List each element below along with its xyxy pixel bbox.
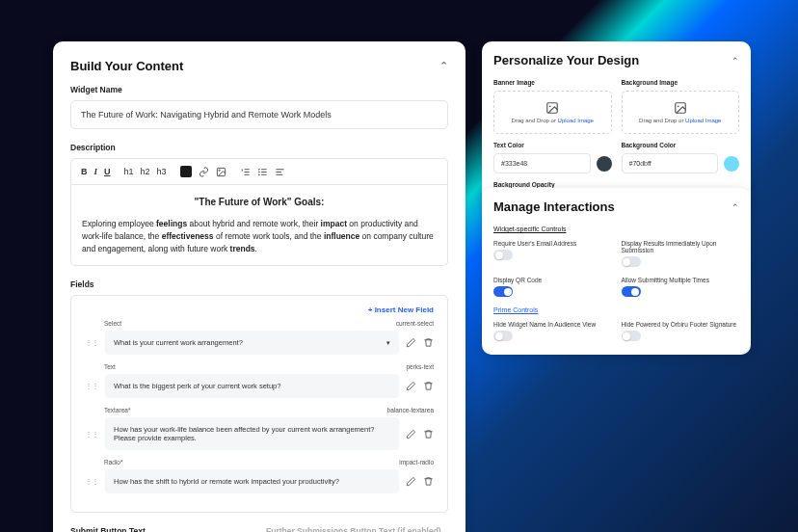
field-text[interactable]: How has your work-life balance been affe… [105, 417, 399, 450]
upload-link[interactable]: Upload Image [685, 118, 721, 123]
h3-button[interactable]: h3 [157, 167, 167, 176]
toggle-label: Display QR Code [493, 277, 612, 283]
bg-image-label: Background Image [622, 79, 740, 86]
field-slug: current-select [396, 320, 434, 327]
field-slug: perks-text [406, 363, 434, 370]
svg-point-8 [258, 169, 259, 170]
svg-point-10 [258, 173, 259, 174]
toggle-label: Allow Submitting Multiple Times [622, 277, 740, 283]
field-slug: balance-textarea [387, 407, 434, 413]
field-row: Selectcurrent-select ⋮⋮ What is your cur… [71, 320, 447, 355]
results-toggle[interactable] [622, 256, 641, 267]
multi-toggle[interactable] [622, 286, 641, 297]
interactions-panel: Manage Interactions ⌃ Widget-specific Co… [482, 188, 751, 355]
design-title: Personalize Your Design [493, 53, 639, 67]
editor-body: Exploring employee feelings about hybrid… [82, 218, 437, 256]
trash-icon[interactable] [423, 381, 434, 391]
field-type: Text [104, 363, 116, 370]
bg-upload[interactable]: Drag and Drop or Upload Image [622, 91, 740, 134]
svg-point-9 [258, 172, 259, 173]
field-row: Textperks-text ⋮⋮ What is the biggest pe… [71, 363, 447, 398]
field-row: Radio*impact-radio ⋮⋮ How has the shift … [71, 459, 447, 493]
field-type: Radio* [104, 459, 123, 466]
toggle-label: Hide Powered by Orbiru Footer Signature [622, 321, 740, 328]
qr-toggle[interactable] [493, 286, 513, 297]
drag-handle-icon[interactable]: ⋮⋮ [85, 338, 98, 347]
widget-controls-link[interactable]: Widget-specific Controls [493, 226, 739, 232]
build-title: Build Your Content [70, 59, 183, 73]
editor-toolbar: B I U h1 h2 h3 [70, 158, 448, 185]
text-color-input[interactable] [493, 153, 591, 173]
interactions-title: Manage Interactions [493, 200, 615, 214]
collapse-icon[interactable]: ⌃ [439, 60, 448, 72]
upload-link[interactable]: Upload Image [558, 118, 594, 123]
toggle-label: Hide Widget Name In Audience View [493, 321, 612, 328]
ol-icon[interactable] [240, 167, 251, 177]
align-icon[interactable] [275, 167, 285, 177]
widget-name-input[interactable] [70, 100, 448, 129]
svg-point-1 [219, 169, 220, 170]
image-icon[interactable] [216, 167, 226, 177]
toggle-label: Display Results Immediately Upon Submiss… [622, 240, 740, 253]
drag-handle-icon[interactable]: ⋮⋮ [85, 430, 98, 439]
bg-color-label: Background Color [622, 142, 740, 148]
toggle-label: Require User's Email Address [493, 240, 612, 247]
trash-icon[interactable] [423, 429, 434, 439]
link-icon[interactable] [199, 167, 209, 177]
insert-field-button[interactable]: + Insert New Field [71, 306, 447, 320]
underline-button[interactable]: U [104, 167, 111, 176]
color-swatch[interactable] [180, 166, 192, 177]
text-color-swatch[interactable] [597, 156, 612, 172]
svg-point-17 [678, 105, 679, 107]
fields-container: + Insert New Field Selectcurrent-select … [70, 295, 448, 513]
hide-footer-toggle[interactable] [622, 331, 641, 341]
image-icon [545, 101, 559, 115]
submit-label: Submit Button Text [70, 526, 253, 532]
further-label: Further Submissions Button Text (if enab… [266, 526, 448, 532]
image-icon [674, 101, 687, 115]
trash-icon[interactable] [423, 337, 434, 348]
drag-handle-icon[interactable]: ⋮⋮ [85, 477, 98, 486]
h1-button[interactable]: h1 [124, 167, 134, 176]
bg-color-swatch[interactable] [724, 156, 739, 172]
description-label: Description [70, 143, 448, 152]
fields-label: Fields [70, 279, 448, 289]
field-slug: impact-radio [399, 459, 434, 466]
opacity-label: Background Opacity [493, 181, 739, 188]
edit-icon[interactable] [406, 381, 416, 391]
hide-name-toggle[interactable] [493, 331, 513, 341]
edit-icon[interactable] [406, 476, 416, 487]
field-type: Textarea* [104, 407, 130, 413]
field-text[interactable]: What is the biggest perk of your current… [105, 374, 399, 398]
prime-controls-link[interactable]: Prime Controls [493, 306, 739, 313]
build-content-panel: Build Your Content ⌃ Widget Name Descrip… [53, 41, 466, 532]
email-toggle[interactable] [493, 250, 513, 260]
field-text[interactable]: How has the shift to hybrid or remote wo… [105, 469, 399, 493]
bold-button[interactable]: B [81, 167, 88, 176]
text-color-label: Text Color [493, 142, 612, 148]
edit-icon[interactable] [406, 429, 416, 439]
bg-color-input[interactable] [622, 153, 719, 173]
description-editor[interactable]: "The Future of Work" Goals: Exploring em… [70, 185, 448, 266]
banner-label: Banner Image [493, 79, 612, 86]
edit-icon[interactable] [406, 337, 416, 348]
trash-icon[interactable] [423, 476, 434, 487]
field-text[interactable]: What is your current work arrangement?▾ [105, 331, 399, 355]
field-type: Select [104, 320, 121, 327]
field-row: Textarea*balance-textarea ⋮⋮ How has you… [71, 407, 447, 450]
svg-point-15 [549, 105, 551, 107]
collapse-icon[interactable]: ⌃ [732, 202, 739, 212]
drag-handle-icon[interactable]: ⋮⋮ [85, 382, 98, 390]
widget-name-label: Widget Name [70, 85, 448, 94]
design-panel: Personalize Your Design ⌃ Banner Image D… [482, 41, 751, 210]
h2-button[interactable]: h2 [141, 167, 150, 176]
ul-icon[interactable] [257, 167, 268, 177]
collapse-icon[interactable]: ⌃ [732, 56, 739, 66]
banner-upload[interactable]: Drag and Drop or Upload Image [493, 91, 612, 134]
italic-button[interactable]: I [94, 167, 98, 176]
editor-heading: "The Future of Work" Goals: [82, 195, 437, 210]
